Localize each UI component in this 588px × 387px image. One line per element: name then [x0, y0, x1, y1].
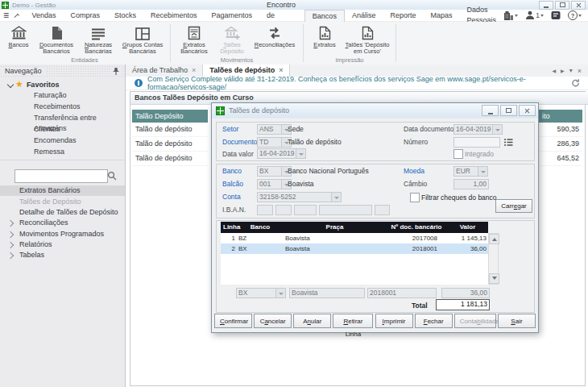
filtrar-cheques-checkbox[interactable] — [410, 193, 420, 202]
favorite-item-faturacao[interactable]: Faturação — [34, 90, 67, 101]
message-badge-icon — [551, 10, 561, 20]
list-item[interactable]: Talão de depósito — [132, 137, 208, 152]
favorite-item-clientes[interactable]: Clientes — [34, 124, 60, 135]
balcao-label[interactable]: Balcão — [222, 180, 243, 188]
tab-scroll-left-icon[interactable]: ◀ — [552, 68, 556, 73]
confirmar-button[interactable]: Confirmar — [214, 314, 252, 328]
col-linha: Linha — [221, 222, 239, 233]
nav-item-extratos-bancarios[interactable]: Extratos Bancários — [0, 185, 125, 196]
hamburger-menu-icon[interactable]: ≡ — [3, 10, 9, 20]
nav-search-input[interactable] — [14, 169, 108, 183]
tab-close-all-icon[interactable]: × — [578, 67, 582, 75]
bank-plus-icon — [225, 24, 240, 40]
iban-segment-5 — [375, 205, 390, 215]
moeda-combo: EUR — [453, 166, 488, 177]
favorites-node[interactable]: ★ Favoritos — [0, 79, 59, 89]
ribbon-button-reconciliacoes[interactable]: Reconciliações — [250, 23, 300, 57]
dropdown-icon[interactable] — [478, 166, 488, 177]
banco-desc: Banco Nacional Português — [288, 167, 369, 175]
help-icon: ? — [568, 10, 578, 20]
swap-arrows-icon — [267, 24, 282, 40]
integrado-checkbox[interactable] — [453, 149, 463, 159]
imprimir-button[interactable]: Imprimir — [375, 314, 413, 328]
scroll-up-icon[interactable] — [489, 234, 499, 244]
menu-tab-compras[interactable]: Compras — [63, 10, 107, 21]
nav-item-tabelas[interactable]: Tabelas — [0, 250, 125, 260]
conta-label[interactable]: Conta — [222, 193, 241, 201]
ribbon-button-bancos[interactable]: Bancos — [2, 23, 35, 57]
table-row[interactable]: 1 BZ Boavista 2017008 1 145,13 — [221, 233, 488, 243]
list-item[interactable]: Talão de depósito — [132, 152, 208, 166]
ribbon-button-grupos-contas-bancarias[interactable]: Grupos Contas Bancárias — [118, 23, 167, 57]
minimize-button[interactable] — [539, 1, 553, 10]
nav-item-relatorios[interactable]: Relatórios — [0, 239, 125, 250]
menu-tab-recebimentos[interactable]: Recebimentos — [143, 10, 205, 21]
table-empty-area — [221, 254, 488, 285]
ribbon-button-extratos-impressao[interactable]: Extratos — [307, 23, 342, 57]
help-button[interactable]: ? — [568, 10, 582, 20]
setor-label[interactable]: Setor — [222, 125, 238, 133]
info-bar: Com Serviço Complete válido até 31-12-20… — [126, 77, 588, 90]
list-item[interactable]: Talão de depósito — [132, 123, 208, 137]
documento-label[interactable]: Documento — [222, 138, 257, 146]
refresh-icon[interactable] — [571, 78, 580, 88]
user-menu-button[interactable]: 1 — [525, 10, 544, 20]
scroll-down-icon[interactable] — [489, 273, 499, 284]
dialog-restore-button[interactable] — [500, 105, 517, 116]
notifications-button[interactable] — [551, 10, 561, 20]
pin-icon[interactable] — [112, 67, 120, 76]
dialog-title-bar[interactable]: Talões de depósito — [212, 103, 538, 119]
cancelar-button[interactable]: Cancelar — [254, 314, 292, 328]
balcao-desc: Boavista — [288, 180, 314, 188]
search-icon[interactable] — [107, 171, 117, 182]
menu-tab-reporte[interactable]: Reporte — [383, 10, 423, 21]
menu-tab-pagamentos[interactable]: Pagamentos — [204, 10, 259, 21]
sair-button[interactable]: Sair — [498, 314, 536, 328]
ribbon-button-taloes-deposito-em-curso[interactable]: Talões 'Depósito em Curso' — [342, 23, 392, 57]
fechar-button[interactable]: Fechar — [415, 314, 453, 328]
close-button[interactable] — [571, 1, 586, 10]
menu-tab-analise[interactable]: Análise — [345, 10, 383, 21]
nav-item-movimentos-programados[interactable]: Movimentos Programados — [0, 229, 125, 239]
company-selector-button[interactable] — [503, 10, 518, 20]
dialog-minimize-button[interactable] — [482, 105, 499, 116]
table-row-selected[interactable]: 2 BX Boavista 2018001 36,00 — [221, 243, 488, 254]
dropdown-icon[interactable] — [492, 124, 503, 135]
tab-list-icon[interactable]: ▾ — [569, 67, 573, 74]
retirar-linha-button[interactable]: Retirar Linha — [333, 314, 373, 328]
favorite-item-encomendas[interactable]: Encomendas — [34, 135, 77, 146]
bank-icon — [11, 24, 27, 40]
lookup-list-icon[interactable] — [503, 138, 513, 148]
favorite-item-remessa[interactable]: Remessa — [34, 147, 64, 157]
menu-tab-mapas[interactable]: Mapas — [423, 10, 459, 21]
nav-item-detalhe-taloes[interactable]: Detalhe de Talões de Depósito — [0, 207, 125, 218]
banco-label[interactable]: Banco — [222, 167, 242, 175]
chevron-right-icon — [7, 252, 14, 259]
ribbon-button-extratos-bancarios[interactable]: Extratos Bancários — [174, 23, 214, 57]
collapse-ribbon-icon[interactable] — [14, 14, 19, 19]
tab-scroll-right-icon[interactable]: ▶ — [561, 68, 565, 73]
favorite-item-recebimentos[interactable]: Recebimentos — [34, 102, 81, 112]
restore-button[interactable] — [555, 1, 569, 10]
dropdown-icon[interactable] — [296, 148, 306, 159]
menu-tab-vendas[interactable]: Vendas — [24, 10, 63, 21]
info-message[interactable]: Com Serviço Complete válido até 31-12-20… — [147, 75, 571, 91]
close-icon — [524, 108, 530, 114]
nav-item-reconciliacoes[interactable]: Reconciliações — [0, 218, 125, 228]
table-scrollbar[interactable] — [488, 233, 499, 285]
carregar-button[interactable]: Carregar — [495, 199, 532, 213]
anular-button[interactable]: Anular — [293, 314, 331, 328]
report-doc-icon — [319, 24, 331, 40]
dropdown-icon[interactable] — [331, 192, 342, 202]
value-cell: 286,39 — [539, 137, 582, 152]
numero-value[interactable] — [453, 137, 500, 148]
building-icon — [503, 10, 514, 20]
dropdown-icon[interactable] — [275, 288, 286, 298]
moeda-label[interactable]: Moeda — [404, 167, 424, 175]
ribbon-button-naturezas-bancarias[interactable]: Naturezas Bancárias — [78, 23, 118, 57]
menu-tab-bancos[interactable]: Bancos — [304, 10, 345, 22]
divider — [0, 160, 125, 160]
dialog-close-button[interactable] — [519, 105, 536, 116]
ribbon-button-documentos-bancarios[interactable]: Documentos Bancários — [35, 23, 78, 57]
menu-tab-stocks[interactable]: Stocks — [107, 10, 143, 21]
